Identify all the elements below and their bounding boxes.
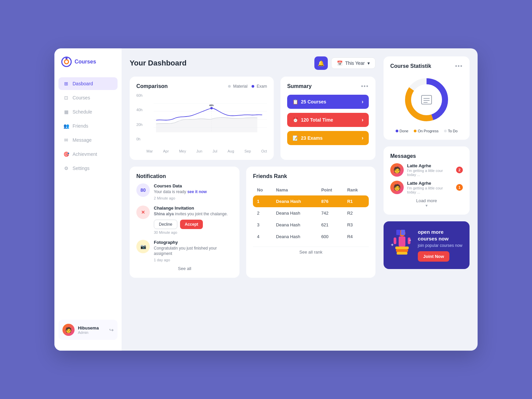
chart-card-header: Comparison Material Exam xyxy=(136,83,267,89)
notification-title: Notification xyxy=(136,173,166,179)
calendar-icon: 📅 xyxy=(337,60,343,66)
message-body: Latte Agrhe I'm getting a little cour to… xyxy=(407,181,453,194)
rank-header: Friends Rank xyxy=(253,173,369,179)
table-row: 2Deana Hash742R2 xyxy=(253,207,369,219)
x-label: Aug xyxy=(227,149,234,153)
top-row: Comparison Material Exam 60 xyxy=(130,77,375,160)
notif-actions: Decline Accept xyxy=(154,220,233,229)
col-point: Point xyxy=(317,185,343,195)
message-avatar: 🧑 xyxy=(390,181,404,194)
sidebar-item-message[interactable]: ✉ Message xyxy=(58,134,118,146)
accept-button[interactable]: Accept xyxy=(180,220,203,229)
summary-item-courses[interactable]: 📋 25 Courses › xyxy=(287,95,369,109)
svg-text:✦: ✦ xyxy=(409,238,411,242)
summary-title: Summary xyxy=(287,83,312,89)
stat-title: Course Statistik xyxy=(390,63,431,69)
see-it-now-link[interactable]: see it now xyxy=(187,189,207,194)
notif-item-courses-data: 80 Courses Data Your data is ready see i… xyxy=(136,183,233,200)
notification-list: 80 Courses Data Your data is ready see i… xyxy=(136,183,233,262)
promo-title: open more courses now xyxy=(418,229,463,242)
notif-title: Courses Data xyxy=(154,183,233,188)
message-badge: 1 xyxy=(456,184,463,191)
sidebar-item-settings[interactable]: ⚙ Settings xyxy=(58,162,118,175)
join-now-button[interactable]: Joint Now xyxy=(418,251,449,262)
message-item-1[interactable]: 🧑 Latte Agrhe I'm getting a little cour … xyxy=(390,163,463,177)
table-row: 4Deana Hash600R4 xyxy=(253,231,369,242)
right-panel: Course Statistik ••• xyxy=(384,48,478,351)
chevron-down-icon: ▾ xyxy=(390,203,463,208)
table-cell-rank: R1 xyxy=(343,195,369,208)
col-rank: Rank xyxy=(343,185,369,195)
see-all-rank-button[interactable]: See all rank xyxy=(253,247,369,255)
message-item-2[interactable]: 🧑 Latte Agrhe I'm getting a little cour … xyxy=(390,181,463,194)
chart-title: Comparison xyxy=(136,83,168,89)
message-body: Latte Agrhe I'm getting a little cour to… xyxy=(407,163,453,177)
summary-more-icon[interactable]: ••• xyxy=(361,83,369,89)
x-label: Jun xyxy=(196,149,203,153)
notif-body: Courses Data Your data is ready see it n… xyxy=(154,183,233,200)
chart-area: 60h 40h 20h 0h xyxy=(136,93,267,147)
svg-point-2 xyxy=(65,57,68,59)
message-sender-name: Latte Agrhe xyxy=(407,163,453,168)
settings-icon: ⚙ xyxy=(63,165,69,171)
svg-rect-24 xyxy=(396,230,400,235)
friends-icon: 👥 xyxy=(63,123,69,129)
notification-header: Notification xyxy=(136,173,233,179)
summary-courses-label: 25 Courses xyxy=(301,99,326,104)
stat-more-icon[interactable]: ••• xyxy=(455,63,463,69)
table-row: 3Deana Hash621R3 xyxy=(253,219,369,231)
done-dot xyxy=(396,130,398,132)
svg-text:✦: ✦ xyxy=(390,242,394,248)
x-label: Mey xyxy=(179,149,186,153)
avatar: 🧑 xyxy=(62,324,75,336)
legend-material: Material xyxy=(228,84,248,89)
sidebar-item-achievement[interactable]: 🎯 Achievment xyxy=(58,148,118,161)
dashboard-container: Courses ⊞ Dasboard ⊡ Courses ▦ Schedule … xyxy=(54,48,478,351)
summary-item-exams[interactable]: 📝 23 Exams › xyxy=(287,131,369,145)
svg-rect-21 xyxy=(397,252,407,255)
chart-legend: Material Exam xyxy=(228,84,267,89)
sidebar-item-schedule[interactable]: ▦ Schedule xyxy=(58,105,118,118)
stat-header: Course Statistik ••• xyxy=(390,63,463,69)
bell-icon: 🔔 xyxy=(318,60,324,66)
y-label-60: 60h xyxy=(136,93,142,97)
chevron-right-icon: › xyxy=(362,117,363,123)
see-all-button[interactable]: See all xyxy=(136,266,233,271)
messages-header: Messages xyxy=(390,153,463,159)
notification-button[interactable]: 🔔 xyxy=(314,56,328,70)
notif-title: Chalange Invitation xyxy=(154,206,233,211)
schedule-icon: ▦ xyxy=(63,109,69,115)
promo-card: ✦ ✦ open more courses now join popular c… xyxy=(384,221,470,269)
main-content: Your Dashboard 🔔 📅 This Year ▾ Compariso… xyxy=(122,48,384,351)
user-info: Hibusema Admin xyxy=(78,325,106,335)
svg-rect-25 xyxy=(401,230,405,235)
page-title: Your Dashboard xyxy=(130,59,187,68)
sidebar-item-dashboard[interactable]: ⊞ Dasboard xyxy=(58,77,118,90)
table-cell-rank: R2 xyxy=(343,207,369,219)
sidebar-item-label: Achievment xyxy=(73,151,97,157)
col-no: No xyxy=(253,185,272,195)
period-selector[interactable]: 📅 This Year ▾ xyxy=(331,57,375,69)
decline-button[interactable]: Decline xyxy=(154,220,177,229)
summary-item-time[interactable]: ⏰ 120 Total Time › xyxy=(287,113,369,127)
messages-title: Messages xyxy=(390,153,416,159)
y-axis-labels: 60h 40h 20h 0h xyxy=(136,93,144,147)
chevron-right-icon: › xyxy=(362,99,363,105)
exam-dot xyxy=(252,85,254,88)
sidebar-nav: ⊞ Dasboard ⊡ Courses ▦ Schedule 👥 Friend… xyxy=(54,77,122,314)
achievement-icon: 🎯 xyxy=(63,151,69,157)
progress-label: On Progress xyxy=(418,129,439,133)
sidebar-item-label: Courses xyxy=(73,95,90,100)
table-cell-name: Deana Hash xyxy=(272,195,317,208)
sidebar-item-friends[interactable]: 👥 Friends xyxy=(58,120,118,132)
sidebar-item-courses[interactable]: ⊡ Courses xyxy=(58,91,118,104)
summary-items: 📋 25 Courses › ⏰ 120 Total Time › xyxy=(287,95,369,145)
logo-text: Courses xyxy=(75,59,96,65)
x-label: Apr xyxy=(163,149,169,153)
load-more-button[interactable]: Load more ▾ xyxy=(390,198,463,208)
comparison-chart-card: Comparison Material Exam 60 xyxy=(130,77,274,160)
table-cell-name: Deana Hash xyxy=(272,219,317,231)
svg-rect-20 xyxy=(396,249,408,252)
logout-icon[interactable]: ↪ xyxy=(109,327,114,333)
svg-point-8 xyxy=(210,107,213,109)
